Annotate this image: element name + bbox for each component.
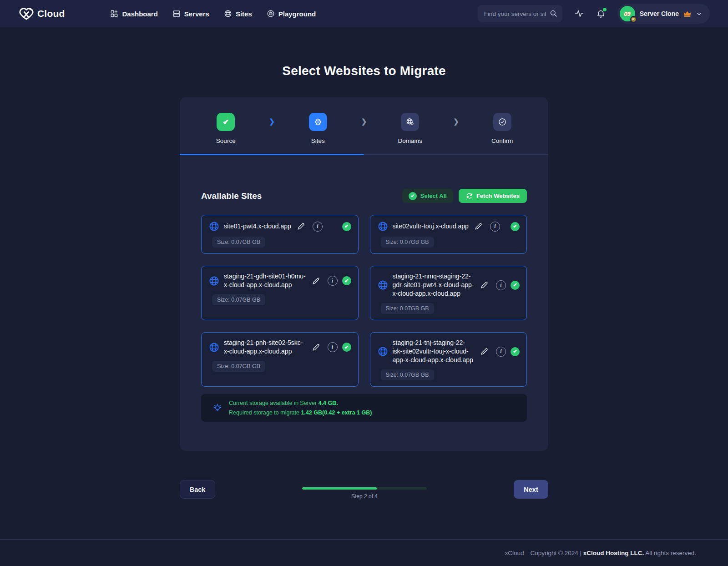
site-card[interactable]: staging-21-pnh-site02-5skc-x-cloud-app.x… xyxy=(201,332,359,387)
site-globe-icon xyxy=(378,280,388,290)
edit-pencil-icon[interactable] xyxy=(312,277,320,285)
site-size-badge: Size: 0.07GB GB xyxy=(212,294,265,305)
nav-label-sites: Sites xyxy=(236,10,252,18)
avatar-text: 09 xyxy=(624,10,630,17)
site-card[interactable]: site02vultr-touj.x-cloud.app i ✔ Size: 0… xyxy=(370,215,527,254)
nav-label-servers: Servers xyxy=(184,10,209,18)
select-all-button[interactable]: ✔ Select All xyxy=(402,189,453,203)
step-confirm-tile[interactable] xyxy=(493,113,511,131)
top-navbar: Cloud Dashboard Servers xyxy=(0,0,728,27)
step-source-tile[interactable]: ✔ xyxy=(217,113,235,131)
step-sites-label: Sites xyxy=(311,137,325,144)
site-globe-icon xyxy=(209,221,219,232)
step-domains-tile[interactable] xyxy=(401,113,419,131)
footer-company: xCloud Hosting LLC. xyxy=(583,550,644,556)
globe-gear-icon xyxy=(405,117,415,126)
info-icon[interactable]: i xyxy=(313,222,323,232)
edit-pencil-icon[interactable] xyxy=(312,343,320,352)
site-card[interactable]: staging-21-gdh-site01-h0mu-x-cloud-app.x… xyxy=(201,266,359,320)
fetch-websites-button[interactable]: Fetch Websites xyxy=(459,189,527,203)
wizard-progress: Step 2 of 4 xyxy=(215,487,514,500)
site-globe-icon xyxy=(209,276,219,286)
site-card[interactable]: staging-21-nmq-staging-22-gdr-site01-pwt… xyxy=(370,266,527,320)
progress-track xyxy=(302,487,427,490)
selected-check-icon[interactable]: ✔ xyxy=(511,281,520,290)
nav-item-dashboard[interactable]: Dashboard xyxy=(110,10,157,18)
nav-item-playground[interactable]: Playground xyxy=(267,10,316,18)
stepper-progress-bar xyxy=(180,154,364,155)
chevron-right-icon: ❯ xyxy=(361,117,367,126)
info-icon[interactable]: i xyxy=(496,280,506,290)
nav-label-playground: Playground xyxy=(278,10,316,18)
step-counter: Step 2 of 4 xyxy=(351,493,378,500)
globe-icon xyxy=(224,10,232,18)
nav-item-sites[interactable]: Sites xyxy=(224,10,252,18)
site-name: staging-21-gdh-site01-h0mu-x-cloud-app.x… xyxy=(224,272,306,289)
site-size-badge: Size: 0.07GB GB xyxy=(381,237,434,248)
site-name: site02vultr-touj.x-cloud.app xyxy=(393,222,469,231)
edit-pencil-icon[interactable] xyxy=(474,222,483,231)
site-globe-icon xyxy=(209,342,219,353)
refresh-icon xyxy=(466,192,473,199)
storage-required-line: Required storage to migrate 1.42 GB(0.42… xyxy=(229,409,372,416)
chevron-down-icon xyxy=(696,10,703,17)
footer-copyright: Copyright © 2024 | xyxy=(530,550,583,556)
bulb-icon xyxy=(212,403,223,414)
footer-brand: xCloud xyxy=(505,550,524,556)
step-confirm[interactable]: Confirm xyxy=(456,113,549,154)
fetch-websites-label: Fetch Websites xyxy=(476,192,520,199)
site-size-badge: Size: 0.07GB GB xyxy=(212,361,265,372)
site-name: staging-21-tnj-staging-22-isk-site02vult… xyxy=(393,339,475,364)
storage-info-box: Current storage available in Server 4.4 … xyxy=(201,394,527,422)
wizard-stepper: ✔ Source ⚙ Sites xyxy=(180,97,548,155)
step-source-label: Source xyxy=(216,137,236,144)
notifications-bell-icon[interactable] xyxy=(596,9,606,19)
check-circle-icon: ✔ xyxy=(409,192,417,200)
migration-wizard-panel: ✔ Source ⚙ Sites xyxy=(180,97,548,451)
next-button[interactable]: Next xyxy=(514,480,548,499)
site-card[interactable]: staging-21-tnj-staging-22-isk-site02vult… xyxy=(370,332,527,387)
site-size-badge: Size: 0.07GB GB xyxy=(381,369,434,380)
search-icon[interactable] xyxy=(549,9,558,18)
progress-fill xyxy=(302,487,377,490)
activity-icon[interactable] xyxy=(574,9,584,19)
available-sites-heading: Available Sites xyxy=(201,191,262,201)
chevron-right-icon: ❯ xyxy=(453,117,459,126)
edit-pencil-icon[interactable] xyxy=(480,281,489,289)
page-footer: xCloud Copyright © 2024 | xCloud Hosting… xyxy=(0,539,728,566)
selected-check-icon[interactable]: ✔ xyxy=(342,222,351,231)
back-button[interactable]: Back xyxy=(180,480,215,499)
selected-check-icon[interactable]: ✔ xyxy=(342,343,351,352)
check-circle-outline-icon xyxy=(498,117,507,126)
avatar-role-badge: R xyxy=(630,16,637,23)
check-icon: ✔ xyxy=(222,117,229,127)
server-search xyxy=(478,5,562,22)
step-source[interactable]: ✔ Source xyxy=(180,113,272,154)
footer-rights: All rights reserved. xyxy=(644,550,696,556)
nav-label-dashboard: Dashboard xyxy=(122,10,157,18)
selected-check-icon[interactable]: ✔ xyxy=(342,276,351,285)
site-name: site01-pwt4.x-cloud.app xyxy=(224,222,291,231)
page-title: Select Websites to Migrate xyxy=(180,64,548,78)
site-name: staging-21-nmq-staging-22-gdr-site01-pwt… xyxy=(393,272,475,298)
brand-logo[interactable]: Cloud xyxy=(18,5,65,22)
user-menu[interactable]: 09 R Server Clone xyxy=(617,4,710,24)
selected-check-icon[interactable]: ✔ xyxy=(511,222,520,231)
chevron-right-icon: ❯ xyxy=(269,117,275,126)
edit-pencil-icon[interactable] xyxy=(480,347,489,356)
site-size-badge: Size: 0.07GB GB xyxy=(381,303,434,314)
info-icon[interactable]: i xyxy=(490,222,500,232)
info-icon[interactable]: i xyxy=(328,342,338,352)
gear-icon: ⚙ xyxy=(314,118,322,126)
step-sites-tile[interactable]: ⚙ xyxy=(309,113,327,131)
nav-item-servers[interactable]: Servers xyxy=(172,10,209,18)
step-domains[interactable]: Domains xyxy=(364,113,456,154)
info-icon[interactable]: i xyxy=(328,276,338,286)
edit-pencil-icon[interactable] xyxy=(297,222,305,231)
brand-name: Cloud xyxy=(37,8,65,19)
site-card[interactable]: site01-pwt4.x-cloud.app i ✔ Size: 0.07GB… xyxy=(201,215,359,254)
main-nav: Dashboard Servers Sites xyxy=(110,10,316,18)
info-icon[interactable]: i xyxy=(496,347,506,357)
selected-check-icon[interactable]: ✔ xyxy=(511,347,520,356)
step-sites[interactable]: ⚙ Sites xyxy=(272,113,364,154)
